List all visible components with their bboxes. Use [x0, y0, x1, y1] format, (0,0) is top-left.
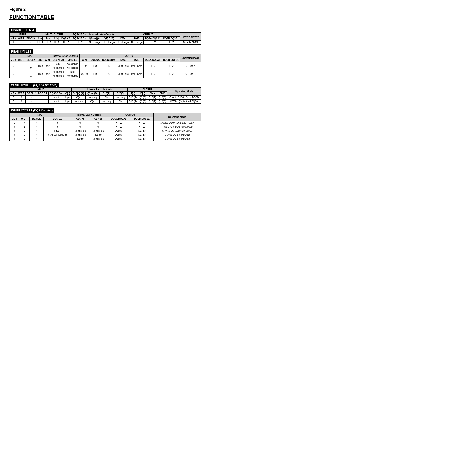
cell: No change — [71, 133, 89, 137]
cell: ↓ — [44, 137, 71, 141]
cell: x — [25, 100, 37, 103]
we-h: WE R — [17, 92, 25, 96]
cell: 0 — [19, 129, 30, 133]
output-group: OUTPUT — [79, 54, 180, 58]
me-header: ME # — [10, 37, 17, 41]
table-row: 0 0 x First ↑ No change No change Q26(A)… — [10, 129, 201, 133]
cell: Disable DIMM (DQS latch reset) — [153, 121, 201, 125]
cell: 1 — [19, 125, 30, 129]
write-cycles-dq-title: WRITE CYCLES (DQ and DM lines) — [9, 83, 59, 87]
output-group-header: OUTPUT — [116, 33, 180, 37]
cell: C Write DQ Send DQSA — [153, 137, 201, 141]
cell: HI - Z — [36, 41, 44, 45]
cell: 1 — [17, 70, 25, 78]
cell: PU — [89, 62, 101, 70]
table-row: 0 1 x x 0 0 HI - Z HI - Z Read Cycle (DQ… — [10, 125, 201, 129]
cell: C Write Q9(B) Send DQSA — [167, 100, 201, 103]
figure-title: Figure 2 — [9, 7, 201, 12]
cell: PD — [101, 62, 116, 70]
cell: x — [30, 129, 44, 133]
me-h: ME # — [10, 92, 17, 96]
cell: 0 — [10, 100, 17, 103]
write-cycles-dq-label: WRITE CYCLES — [11, 83, 33, 87]
me-h: ME # — [10, 58, 17, 62]
dma-h: DMA — [147, 92, 158, 96]
cell: 1 — [10, 121, 19, 125]
cell: Toggle — [71, 137, 89, 141]
dqsca-h: DQS CA — [44, 117, 71, 121]
cell: x — [19, 121, 30, 125]
dqscbdm-h: DQSCB DM — [48, 92, 64, 96]
cell: Input — [36, 62, 44, 70]
cell: HI - Z — [130, 121, 153, 125]
write-cycles-dq-table: INPUT Internal Latch Outputs OUTPUT Oper… — [9, 87, 201, 103]
cell: 0 — [19, 133, 30, 137]
cn-h: C[n] — [64, 92, 72, 96]
cell: x — [25, 41, 36, 45]
input-grp: INPUT — [10, 113, 71, 117]
cell: x — [30, 125, 44, 129]
cell: B[n] — [65, 70, 79, 74]
q26a-h: Q26(A) — [71, 117, 89, 121]
dqsb-h: DQSB DQSB1 — [162, 58, 180, 62]
cell: No change — [71, 100, 85, 103]
cell: 0 — [10, 137, 19, 141]
cell: 0 — [89, 125, 107, 129]
dqsa-h: DQSA DQSA1 — [107, 117, 130, 121]
opmode-grp: Operating Mode — [153, 113, 201, 121]
cell: Q19 (A) — [128, 100, 138, 103]
cell: Input — [48, 100, 64, 103]
main-title: FUNCTION TABLE — [9, 14, 201, 20]
bn-h: B[n] — [138, 92, 147, 96]
opmode-grp: Operating Mode — [167, 88, 201, 96]
cell: Input — [48, 96, 64, 100]
cell: No change — [102, 41, 116, 45]
cell: First ↑ — [44, 129, 71, 133]
cell: No change — [116, 41, 130, 45]
table-row: 0 1 ↑ Input Input No change B[n] Q9 (B) … — [10, 70, 201, 74]
cell: C Write DQ (1st Write Cycle) — [153, 129, 201, 133]
cell: Q9 (B) — [138, 100, 147, 103]
cell: No change — [113, 96, 128, 100]
we-h: WE R — [19, 117, 30, 121]
int-latch-grp: Internal Latch Outputs — [71, 113, 107, 117]
q19a-header: Q19[n] (A) — [88, 37, 102, 41]
cell: No change — [88, 41, 102, 45]
cell: C[n] — [71, 96, 85, 100]
cell: DM — [100, 96, 113, 100]
input-grp: INPUT — [10, 88, 72, 92]
write-cycles-dq-italic: (DQ and DM lines) — [33, 83, 57, 87]
cell: HI - Z — [44, 41, 52, 45]
cell: x — [30, 133, 44, 137]
cell: No change — [89, 137, 107, 141]
cell: No change — [65, 66, 79, 70]
cell: 0 — [10, 62, 17, 70]
cell: 0 — [10, 133, 19, 137]
cell: 0 — [10, 125, 19, 129]
q27b-h: Q27(B) — [89, 117, 107, 121]
table-row: 0 0 x ↓ Input Input No change C[n] No ch… — [10, 100, 201, 103]
cell: ↑ (All subsequent) — [44, 133, 71, 137]
dqsca-h: DQS CA — [37, 92, 48, 96]
cell: C Read A — [180, 62, 201, 70]
an-header: A[n] — [52, 37, 60, 41]
write-cycles-dqs-title: WRITE CYCLES (DQS Counter) — [9, 108, 54, 113]
q19a-h: Q19(A) — [100, 92, 113, 96]
input-group: INPUT — [10, 54, 51, 58]
cell: 0 — [71, 125, 89, 129]
be-h: BE CLK — [25, 92, 37, 96]
cell: Q26(A) — [107, 133, 130, 137]
cell: Q27(B) — [130, 133, 153, 137]
cell: No change — [130, 41, 144, 45]
write-cycles-dq-section: WRITE CYCLES (DQ and DM lines) INPUT Int… — [9, 83, 201, 103]
be-h: BE CLK — [25, 58, 36, 62]
read-cycles-title: READ CYCLES — [9, 49, 33, 54]
dma-header: DMA — [116, 37, 130, 41]
internal-latch-header: Internal Latch Outputs — [88, 33, 116, 37]
dmb-h: DMB — [157, 92, 167, 96]
cell: No change — [85, 96, 99, 100]
q10a-h: Q10[n] (A) — [51, 58, 65, 62]
cell: 0 — [25, 66, 36, 70]
write-cycles-dqs-table: INPUT Internal Latch Outputs OUTPUT Oper… — [9, 113, 201, 141]
out-grp: OUTPUT — [128, 88, 167, 92]
